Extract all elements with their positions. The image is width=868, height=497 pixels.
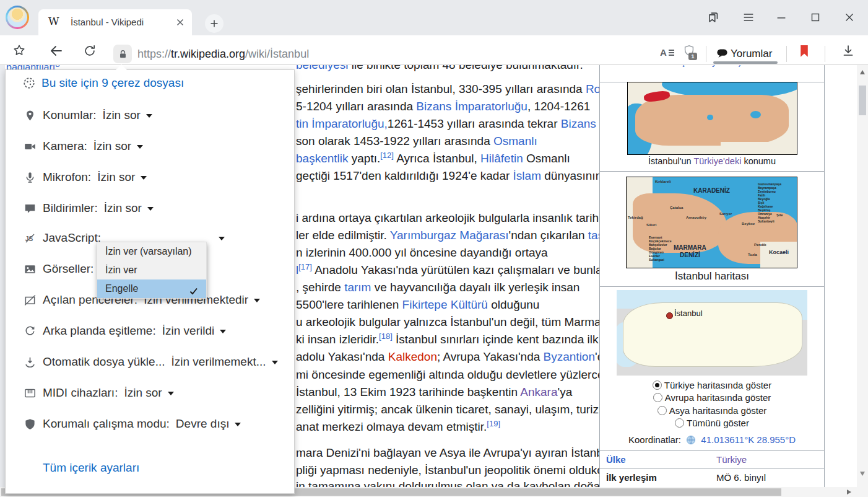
article-link[interactable]: Bizans [561,117,596,130]
browser-toolbar: https://tr.wikipedia.org/wiki/İstanbul A… [0,35,868,65]
article-link[interactable]: [18] [379,332,393,341]
dropdown-option[interactable]: İzin ver (varsayılan) [97,242,206,261]
article-link[interactable]: Fikirtepe Kültürü [402,298,488,311]
permission-value[interactable]: İzin verilmemekt... [171,355,266,368]
article-link[interactable]: İslam [513,169,541,182]
radio-button[interactable] [675,418,684,428]
new-tab-button[interactable] [205,14,224,33]
back-icon[interactable] [49,43,64,61]
istanbul-district-map[interactable]: KARADENİZ MARMARA DENİZİ Kocaeli Kırklar… [626,177,797,268]
infobox-row-label[interactable]: Ülke [606,451,626,468]
tab-close-icon[interactable] [175,17,186,28]
browser-tab[interactable]: W İstanbul - Vikipedi [38,9,192,35]
article-text: ki insan izleridir. [296,333,379,346]
reload-icon[interactable] [83,44,97,60]
radio-button[interactable] [653,393,662,402]
permission-value[interactable]: İzin sor [103,108,141,121]
favorites-star-icon[interactable] [12,43,26,59]
district-label: Beykoz [742,222,755,226]
close-window-button[interactable] [843,11,856,24]
shield-icon [24,418,36,429]
map-option-4[interactable]: Tümünü göster [600,417,824,429]
immersive-reader-icon[interactable]: A [660,47,674,58]
district-label: Pendik [754,243,766,247]
dropdown-option[interactable]: İzin ver [97,261,206,279]
coordinates-link[interactable]: 41.013611°K 28.955°D [701,434,796,445]
article-link[interactable]: [12] [380,151,394,160]
article-link[interactable]: Yarımburgaz Mağarası [390,229,509,242]
district-label: Tekirdağ [628,216,643,219]
permission-value[interactable]: İzin sor [97,170,135,183]
article-link[interactable]: [17] [298,262,312,271]
infobox-row-value[interactable]: Türkiye [716,451,747,468]
vertical-scrollbar[interactable] [857,65,868,487]
dropdown-caret-icon[interactable] [220,330,226,333]
minimize-button[interactable] [775,11,788,24]
url-path: /wiki/İstanbul [245,48,309,60]
article-line: 5500'lere tarihlenen Fikirtepe Kültürü o… [296,296,539,314]
article-link[interactable]: tin İmparatorluğu, [296,117,388,130]
dropdown-caret-icon[interactable] [219,237,225,240]
dropdown-caret-icon[interactable] [235,423,241,426]
permission-value[interactable]: İzin sor [104,201,142,214]
dropdown-option[interactable]: Engelle [97,279,206,298]
site-lock-icon[interactable] [113,45,132,63]
scroll-up-arrow[interactable] [860,70,865,74]
article-link[interactable]: Ankara [520,385,557,398]
permission-value[interactable]: İzin verildi [162,324,214,337]
dropdown-caret-icon[interactable] [254,299,260,302]
map-option-3[interactable]: Asya haritasında göster [600,405,824,417]
dropdown-caret-icon[interactable] [137,145,143,149]
bookmark-red-icon[interactable] [797,44,811,60]
page-left-margin [0,65,5,487]
downloads-icon[interactable] [841,43,856,61]
article-text: ; Avrupa Yakası'nda [437,350,544,363]
article-link[interactable]: başkentlik [296,152,349,165]
popups-icon [24,294,36,306]
article-line: adolu Yakası'nda Kalkedon; Avrupa Yakası… [296,348,617,366]
radio-label: Asya haritasında göster [669,405,767,416]
address-bar[interactable]: https://tr.wikipedia.org/wiki/İstanbul [137,45,309,63]
article-link[interactable]: Kalkedon [388,350,437,363]
permission-value[interactable]: İzin sor [93,139,131,152]
midi-icon [24,387,36,398]
all-content-settings-link[interactable]: Tüm içerik ayarları [43,461,139,475]
article-line: l[17] Anadolu Yakası'nda yürütülen kazı … [296,262,613,280]
profile-avatar[interactable] [6,6,29,29]
permission-value[interactable]: Devre dışı [176,417,230,430]
radio-button[interactable] [653,380,662,390]
map1-caption: İstanbul'un Türkiye'deki konumu [600,156,824,166]
collections-icon[interactable] [706,11,720,24]
map-option-1[interactable]: Türkiye haritasında göster [600,379,824,392]
comments-extension-button[interactable]: Yorumlar [731,45,772,63]
article-text: i ardına ortaya çıkartılan arkeolojik bu… [296,211,614,224]
map-caption-text: konumu [741,156,776,166]
maximize-button[interactable] [809,11,822,24]
permission-value[interactable]: İzin sor [124,386,162,399]
scroll-down-arrow[interactable] [860,472,865,476]
map-caption-link[interactable]: Türkiye'deki [693,156,741,166]
turkey-marker-map[interactable]: İstanbul [617,290,807,376]
article-link[interactable]: tarım [344,281,371,294]
article-link[interactable]: Bizans İmparatorluğu [416,100,527,113]
dropdown-caret-icon[interactable] [147,207,154,211]
images-icon [24,263,36,275]
article-link[interactable]: Hilâfetin [480,152,523,165]
scroll-right-arrow[interactable] [847,490,851,495]
comments-bubble-icon[interactable] [716,48,728,62]
permission-label: Mikrofon:İzin sor [43,169,147,186]
article-link[interactable]: Osmanlı [493,134,537,147]
cookies-link[interactable]: Bu site için 9 çerez dosyası [41,74,184,92]
turkey-location-map[interactable] [627,82,797,155]
map-option-2[interactable]: Avrupa haritasında göster [600,392,824,404]
article-link[interactable]: Byzantion [544,350,595,363]
dropdown-caret-icon[interactable] [168,392,174,395]
radio-button[interactable] [658,406,667,415]
dropdown-caret-icon[interactable] [146,114,152,118]
article-text: n izlerinin 400.000 yıl öncesine dayandı… [296,246,548,259]
dropdown-caret-icon[interactable] [272,361,278,364]
dropdown-caret-icon[interactable] [141,176,147,180]
article-link[interactable]: [19] [487,419,500,428]
vertical-scroll-thumb[interactable] [859,86,866,115]
menu-icon[interactable] [742,11,755,24]
